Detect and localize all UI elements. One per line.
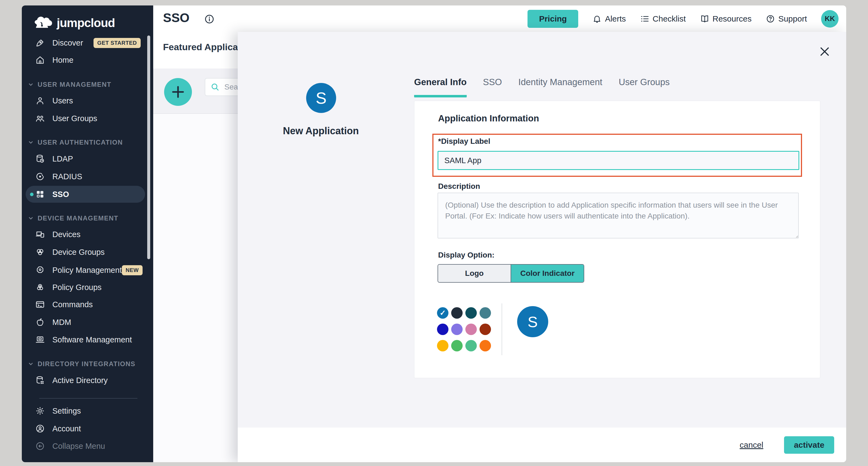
color-swatch[interactable] xyxy=(465,324,477,335)
application-color-avatar: S xyxy=(306,83,336,113)
resources-label: Resources xyxy=(713,14,752,24)
sidebar-item-users[interactable]: Users xyxy=(22,92,153,109)
sidebar-item-sso[interactable]: SSO xyxy=(22,186,153,203)
alerts-button[interactable]: Alerts xyxy=(592,14,626,24)
color-indicator-toggle-option[interactable]: Color Indicator xyxy=(511,265,584,282)
device-groups-icon xyxy=(34,246,46,258)
sidebar-item-label: Collapse Menu xyxy=(52,442,105,451)
user-icon xyxy=(34,94,46,107)
info-icon[interactable] xyxy=(204,13,215,26)
rocket-icon xyxy=(34,36,46,49)
description-label: Description xyxy=(438,182,480,191)
checklist-icon xyxy=(640,14,649,24)
sidebar-item-active-directory[interactable]: Active Directory xyxy=(22,372,153,389)
description-textarea[interactable] xyxy=(438,193,799,238)
apple-icon xyxy=(34,316,46,328)
sidebar-scrollbar[interactable] xyxy=(147,35,150,259)
sidebar-item-home[interactable]: Home xyxy=(22,52,153,68)
sidebar-item-ldap[interactable]: LDAP xyxy=(22,150,153,167)
support-label: Support xyxy=(778,14,807,24)
topbar-actions: Pricing Alerts Checklist Resources xyxy=(528,5,839,32)
tab-identity-management[interactable]: Identity Management xyxy=(518,77,602,97)
modal-tabs: General Info SSO Identity Management Use… xyxy=(414,77,670,97)
logo-toggle-option[interactable]: Logo xyxy=(438,265,511,282)
sidebar-item-commands[interactable]: Commands xyxy=(22,296,153,313)
topbar: SSO Pricing Alerts Checklist xyxy=(153,5,846,32)
question-circle-icon xyxy=(766,14,775,24)
sidebar-item-software-management[interactable]: Software Management xyxy=(22,331,153,348)
chevron-down-icon xyxy=(28,215,34,221)
home-icon xyxy=(34,54,46,66)
display-label-label: *Display Label xyxy=(438,137,490,146)
sidebar-item-devices[interactable]: Devices xyxy=(22,226,153,243)
logo[interactable]: jumpcloud xyxy=(32,16,115,30)
section-user-authentication[interactable]: USER AUTHENTICATION xyxy=(22,137,153,148)
checklist-button[interactable]: Checklist xyxy=(640,14,686,24)
sidebar-item-account[interactable]: Account xyxy=(22,420,153,437)
sidebar-item-collapse-menu[interactable]: Collapse Menu xyxy=(22,438,153,455)
tab-general-info[interactable]: General Info xyxy=(414,77,467,97)
close-icon[interactable] xyxy=(818,45,832,59)
color-swatch[interactable] xyxy=(479,340,491,351)
section-directory-integrations[interactable]: DIRECTORY INTEGRATIONS xyxy=(22,358,153,370)
color-swatch[interactable] xyxy=(479,307,491,319)
collapse-arrow-icon xyxy=(34,440,46,453)
color-swatch-grid: ✓ xyxy=(437,307,491,351)
application-name: New Application xyxy=(261,125,381,137)
section-user-management[interactable]: USER MANAGEMENT xyxy=(22,79,153,90)
color-swatch[interactable] xyxy=(437,324,448,335)
display-option-label: Display Option: xyxy=(438,251,495,259)
swatch-preview-divider xyxy=(502,303,502,355)
page-title: SSO xyxy=(163,10,189,25)
pricing-button[interactable]: Pricing xyxy=(528,10,578,28)
sidebar-item-mdm[interactable]: MDM xyxy=(22,314,153,331)
policy-groups-icon xyxy=(34,281,46,294)
sidebar-item-discover[interactable]: Discover GET STARTED xyxy=(22,34,153,51)
sidebar-item-label: User Groups xyxy=(52,114,97,123)
color-swatch[interactable] xyxy=(451,324,463,335)
sidebar-item-policy-management[interactable]: Policy Management NEW xyxy=(22,262,153,279)
sidebar-divider xyxy=(39,398,137,399)
new-application-modal: S New Application General Info SSO Ident… xyxy=(238,32,846,462)
sidebar-item-label: MDM xyxy=(52,318,71,327)
resources-button[interactable]: Resources xyxy=(700,14,752,24)
sidebar-item-label: RADIUS xyxy=(52,172,82,181)
sidebar-item-label: Discover xyxy=(52,38,83,48)
sidebar-item-label: Account xyxy=(52,424,81,433)
sidebar-item-label: Devices xyxy=(52,230,81,239)
color-swatch[interactable] xyxy=(465,340,477,351)
section-device-management[interactable]: DEVICE MANAGEMENT xyxy=(22,213,153,224)
activate-button[interactable]: activate xyxy=(784,436,834,454)
application-information-card: Application Information *Display Label D… xyxy=(414,101,820,378)
modal-footer: cancel activate xyxy=(238,428,846,462)
color-swatch[interactable] xyxy=(451,340,463,351)
color-swatch[interactable] xyxy=(451,307,463,319)
sidebar-item-policy-groups[interactable]: Policy Groups xyxy=(22,279,153,296)
tab-sso[interactable]: SSO xyxy=(483,77,502,97)
add-application-button[interactable] xyxy=(164,78,192,106)
chevron-down-icon xyxy=(28,82,34,88)
color-swatch[interactable] xyxy=(465,307,477,319)
chevron-down-icon xyxy=(28,361,34,367)
search-icon xyxy=(210,82,220,92)
support-button[interactable]: Support xyxy=(766,14,807,24)
jumpcloud-cloud-icon xyxy=(32,16,53,30)
sidebar-item-user-groups[interactable]: User Groups xyxy=(22,110,153,127)
display-label-input[interactable] xyxy=(438,151,799,170)
plus-icon xyxy=(170,84,186,99)
color-swatch[interactable] xyxy=(479,324,491,335)
ldap-database-icon xyxy=(34,152,46,165)
color-swatch[interactable]: ✓ xyxy=(437,307,448,319)
active-directory-icon xyxy=(34,374,46,387)
color-swatch[interactable] xyxy=(437,340,448,351)
sidebar-item-device-groups[interactable]: Device Groups xyxy=(22,244,153,261)
sidebar-item-label: Settings xyxy=(52,407,81,415)
sidebar-item-settings[interactable]: Settings xyxy=(22,402,153,419)
avatar[interactable]: KK xyxy=(821,10,839,28)
tab-user-groups[interactable]: User Groups xyxy=(619,77,670,97)
sidebar: jumpcloud Discover GET STARTED Home USER… xyxy=(22,5,153,462)
cancel-button[interactable]: cancel xyxy=(738,440,765,450)
sidebar-item-label: Users xyxy=(52,96,73,105)
sidebar-item-radius[interactable]: RADIUS xyxy=(22,168,153,185)
app-window: jumpcloud Discover GET STARTED Home USER… xyxy=(22,5,846,462)
